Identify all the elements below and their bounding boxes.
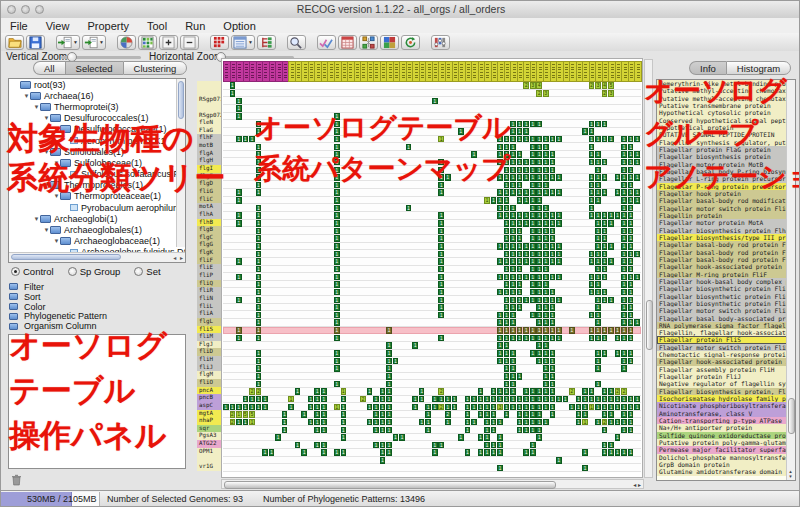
ortholog-cell[interactable]: 1 <box>478 404 484 411</box>
ortholog-cell[interactable]: 1 <box>458 434 464 441</box>
ortholog-cell[interactable]: 1 <box>589 289 595 296</box>
ortholog-cell[interactable]: 1 <box>510 297 516 304</box>
annotation-row[interactable]: Flagellar biosynthesis/type III protein <box>657 234 795 241</box>
ortholog-cell[interactable]: 1 <box>536 235 542 242</box>
ortholog-cell[interactable]: 1 <box>530 251 536 258</box>
ortholog-cell[interactable]: 1 <box>334 128 340 135</box>
heatmap-row[interactable]: 11111111111111111111 <box>223 334 641 342</box>
annotation-scroll-arrows[interactable]: ▴▾ <box>787 469 794 479</box>
ortholog-cell[interactable]: 1 <box>517 274 523 281</box>
gene-label-fliE[interactable]: fliE <box>197 264 221 272</box>
ortholog-cell[interactable]: 1 <box>530 205 536 212</box>
gene-label-fliC[interactable]: fliC <box>197 196 221 204</box>
ortholog-cell[interactable]: 1 <box>615 396 621 403</box>
ortholog-cell[interactable]: 1 <box>536 167 542 174</box>
ortholog-cell[interactable]: 1 <box>536 335 542 342</box>
ortholog-cell[interactable]: 2 <box>569 388 575 395</box>
ortholog-cell[interactable]: 1 <box>465 449 471 456</box>
annotation-scroll-thumb[interactable] <box>788 398 795 434</box>
ortholog-cell[interactable]: 1 <box>523 212 529 219</box>
ortholog-cell[interactable]: 1 <box>517 258 523 265</box>
ortholog-cell[interactable]: 1 <box>523 404 529 411</box>
annotation-row[interactable]: Flagellar basal body-associated prote.. <box>657 315 795 322</box>
ortholog-cell[interactable]: 1 <box>608 258 614 265</box>
ortholog-cell[interactable]: 1 <box>438 335 444 342</box>
ortholog-cell[interactable]: 1 <box>530 151 536 158</box>
ortholog-cell[interactable]: 1 <box>634 151 640 158</box>
ortholog-cell[interactable]: 1 <box>595 136 601 143</box>
ortholog-cell[interactable]: 1 <box>523 121 529 128</box>
ortholog-cell[interactable]: 1 <box>628 159 634 166</box>
annotation-row[interactable]: PUTATIVE SIGNAL PEPTIDE PROTEIN <box>657 131 795 138</box>
ortholog-cell[interactable]: 1 <box>236 220 242 227</box>
ortholog-cell[interactable]: 1 <box>380 449 386 456</box>
ortholog-cell[interactable]: 1 <box>543 327 549 334</box>
ortholog-cell[interactable]: 1 <box>321 396 327 403</box>
annotation-row[interactable]: Flagellar basal body P-ring biosynthe.. <box>657 168 795 175</box>
ortholog-cell[interactable]: 1 <box>334 350 340 357</box>
ortholog-cell[interactable]: 1 <box>550 174 556 181</box>
ortholog-cell[interactable]: 1 <box>497 419 503 426</box>
gene-label-FlgJ[interactable]: FlgJ <box>197 341 221 349</box>
ortholog-cell[interactable]: 1 <box>497 151 503 158</box>
ortholog-cell[interactable]: 1 <box>334 297 340 304</box>
ortholog-cell[interactable]: 1 <box>334 281 340 288</box>
annotation-row[interactable]: Hypothetical cytosolic protein <box>657 109 795 116</box>
disclosure-triangle-icon[interactable]: ▼ <box>33 104 40 110</box>
tree-node[interactable]: ▼Archaeoglobales(1) <box>9 224 185 235</box>
ortholog-cell[interactable]: 1 <box>634 136 640 143</box>
heatmap-row[interactable]: 111111111111111111 <box>223 426 641 434</box>
ortholog-cell[interactable]: 1 <box>530 167 536 174</box>
ortholog-cell[interactable]: 1 <box>602 121 608 128</box>
disclosure-triangle-icon[interactable]: ▼ <box>43 182 50 188</box>
ortholog-cell[interactable]: 1 <box>634 319 640 326</box>
annotation-row[interactable]: Flagellar biosynthetic protein FliR <box>657 300 795 307</box>
ortholog-cell[interactable]: 1 <box>334 121 340 128</box>
ortholog-cell[interactable]: 1 <box>497 197 503 204</box>
ortholog-cell[interactable]: 1 <box>602 266 608 273</box>
ortholog-cell[interactable]: 1 <box>510 136 516 143</box>
ortholog-cell[interactable]: 1 <box>530 281 536 288</box>
ortholog-cell[interactable]: 1 <box>504 289 510 296</box>
ortholog-cell[interactable]: 1 <box>478 434 484 441</box>
ortholog-cell[interactable]: 1 <box>589 121 595 128</box>
ortholog-cell[interactable]: 1 <box>550 319 556 326</box>
ortholog-cell[interactable]: 1 <box>438 212 444 219</box>
ortholog-cell[interactable]: 1 <box>380 457 386 464</box>
ortholog-cell[interactable]: 1 <box>621 404 627 411</box>
ortholog-cell[interactable]: 1 <box>628 411 634 418</box>
ortholog-cell[interactable]: 1 <box>608 396 614 403</box>
ortholog-cell[interactable]: 1 <box>484 411 490 418</box>
ortholog-cell[interactable]: 1 <box>504 381 510 388</box>
gene-label-empty[interactable] <box>197 81 221 89</box>
ortholog-cell[interactable]: 1 <box>634 197 640 204</box>
ortholog-cell[interactable]: 1 <box>582 465 588 472</box>
annotation-row[interactable]: Flagellar motor protein MotA <box>657 219 795 226</box>
annotation-row[interactable]: Flagellar synthesis regulator, putative <box>657 139 795 146</box>
ortholog-cell[interactable]: 1 <box>543 228 549 235</box>
ortholog-cell[interactable]: 1 <box>510 243 516 250</box>
ortholog-cell[interactable]: 1 <box>523 174 529 181</box>
ortholog-cell[interactable]: 1 <box>550 411 556 418</box>
ortholog-cell[interactable]: 1 <box>595 189 601 196</box>
ortholog-cell[interactable]: 5 <box>608 82 614 89</box>
ortholog-cell[interactable]: 1 <box>602 212 608 219</box>
ortholog-cell[interactable]: 1 <box>589 274 595 281</box>
ortholog-cell[interactable]: 1 <box>497 434 503 441</box>
ortholog-cell[interactable]: 1 <box>341 388 347 395</box>
ortholog-cell[interactable]: 1 <box>504 136 510 143</box>
disclosure-triangle-icon[interactable]: ▼ <box>53 193 60 199</box>
ortholog-cell[interactable]: 1 <box>517 297 523 304</box>
ortholog-cell[interactable]: 1 <box>497 205 503 212</box>
ortholog-cell[interactable]: 1 <box>615 212 621 219</box>
ortholog-cell[interactable]: 1 <box>341 427 347 434</box>
ortholog-cell[interactable]: 1 <box>576 411 582 418</box>
ortholog-cell[interactable]: 1 <box>523 419 529 426</box>
ortholog-cell[interactable]: 1 <box>504 251 510 258</box>
heatmap-vertical-thumb[interactable] <box>646 300 653 350</box>
ortholog-cell[interactable]: 1 <box>602 258 608 265</box>
ortholog-cell[interactable]: 1 <box>510 319 516 326</box>
ortholog-cell[interactable]: 1 <box>595 121 601 128</box>
ortholog-cell[interactable]: 1 <box>530 327 536 334</box>
ortholog-cell[interactable]: 1 <box>256 327 262 334</box>
